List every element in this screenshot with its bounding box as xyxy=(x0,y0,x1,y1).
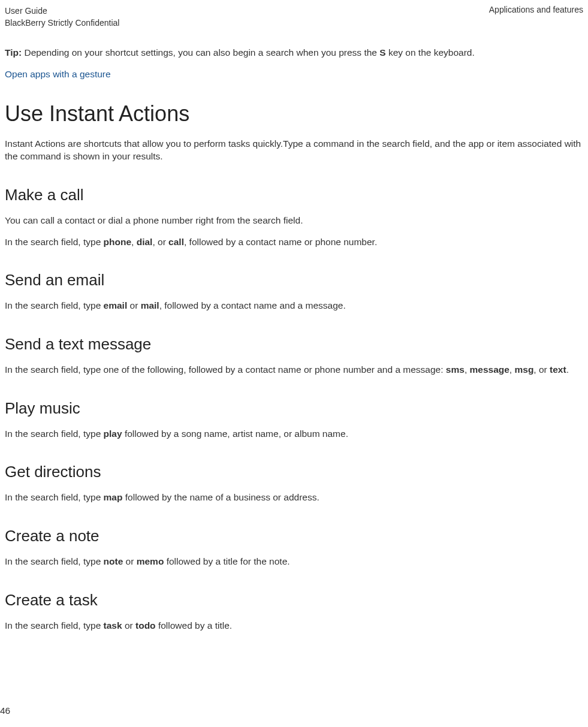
section-make-call-title: Make a call xyxy=(5,186,583,204)
play-music-p1: In the search field, type play followed … xyxy=(5,427,583,441)
create-task-p1-b2: todo xyxy=(135,620,156,631)
make-call-p1: You can call a contact or dial a phone n… xyxy=(5,214,583,227)
create-note-p1: In the search field, type note or memo f… xyxy=(5,555,583,568)
create-task-p1: In the search field, type task or todo f… xyxy=(5,619,583,632)
tip-text-before: Depending on your shortcut settings, you… xyxy=(22,47,379,58)
create-note-p1-after: followed by a title for the note. xyxy=(164,556,290,566)
get-directions-p1-after: followed by the name of a business or ad… xyxy=(122,492,319,502)
send-email-p1-before: In the search field, type xyxy=(5,300,104,310)
get-directions-p1-b1: map xyxy=(104,492,123,502)
section-send-email-title: Send an email xyxy=(5,271,583,289)
send-text-p1-after: . xyxy=(566,364,569,375)
create-note-p1-b2: memo xyxy=(137,556,164,566)
open-apps-link[interactable]: Open apps with a gesture xyxy=(5,69,583,80)
make-call-p2-b1: phone xyxy=(104,237,132,247)
header-left: User Guide BlackBerry Strictly Confident… xyxy=(5,5,119,29)
make-call-p2-mid2: , or xyxy=(152,237,168,247)
send-text-p1-b1: sms xyxy=(446,364,465,375)
send-text-p1-b2: message xyxy=(470,364,509,375)
create-note-p1-b1: note xyxy=(104,556,123,566)
get-directions-p1-before: In the search field, type xyxy=(5,492,104,502)
play-music-p1-b1: play xyxy=(104,429,122,439)
page-header: User Guide BlackBerry Strictly Confident… xyxy=(5,5,583,29)
page-title: Use Instant Actions xyxy=(5,101,583,126)
section-create-task-title: Create a task xyxy=(5,591,583,610)
get-directions-p1: In the search field, type map followed b… xyxy=(5,491,583,504)
create-task-p1-before: In the search field, type xyxy=(5,620,104,631)
page-number: 46 xyxy=(0,705,10,716)
tip-text-after: key on the keyboard. xyxy=(386,47,475,58)
send-email-p1-b1: email xyxy=(104,300,128,310)
play-music-p1-before: In the search field, type xyxy=(5,429,104,439)
play-music-p1-after: followed by a song name, artist name, or… xyxy=(122,429,348,439)
make-call-p2-after: , followed by a contact name or phone nu… xyxy=(184,237,377,247)
send-email-p1-mid: or xyxy=(127,300,140,310)
create-task-p1-b1: task xyxy=(104,620,122,631)
send-text-p1-mid3: , or xyxy=(533,364,550,375)
create-task-p1-after: followed by a title. xyxy=(156,620,233,631)
section-play-music-title: Play music xyxy=(5,399,583,418)
tip-label: Tip: xyxy=(5,47,22,58)
create-note-p1-before: In the search field, type xyxy=(5,556,104,566)
send-text-p1-before: In the search field, type one of the fol… xyxy=(5,364,446,375)
send-email-p1-after: , followed by a contact name and a messa… xyxy=(159,300,346,310)
make-call-p2-b2: dial xyxy=(137,237,153,247)
send-email-p1: In the search field, type email or mail,… xyxy=(5,299,583,312)
send-text-p1-mid1: , xyxy=(465,364,470,375)
section-send-text-title: Send a text message xyxy=(5,335,583,354)
send-text-p1-b3: msg xyxy=(514,364,533,375)
intro-text: Instant Actions are shortcuts that allow… xyxy=(5,137,583,163)
header-right: Applications and features xyxy=(489,5,583,14)
send-text-p1: In the search field, type one of the fol… xyxy=(5,363,583,376)
make-call-p2: In the search field, type phone, dial, o… xyxy=(5,236,583,249)
make-call-p2-before: In the search field, type xyxy=(5,237,104,247)
tip-paragraph: Tip: Depending on your shortcut settings… xyxy=(5,47,583,58)
send-text-p1-b4: text xyxy=(550,364,566,375)
tip-key: S xyxy=(379,47,385,58)
section-get-directions-title: Get directions xyxy=(5,463,583,481)
make-call-p2-mid1: , xyxy=(131,237,137,247)
header-confidential: BlackBerry Strictly Confidential xyxy=(5,17,119,29)
send-email-p1-b2: mail xyxy=(141,300,159,310)
section-create-note-title: Create a note xyxy=(5,527,583,545)
make-call-p2-b3: call xyxy=(168,237,184,247)
create-task-p1-mid: or xyxy=(122,620,135,631)
header-user-guide: User Guide xyxy=(5,5,119,17)
create-note-p1-mid: or xyxy=(123,556,136,566)
